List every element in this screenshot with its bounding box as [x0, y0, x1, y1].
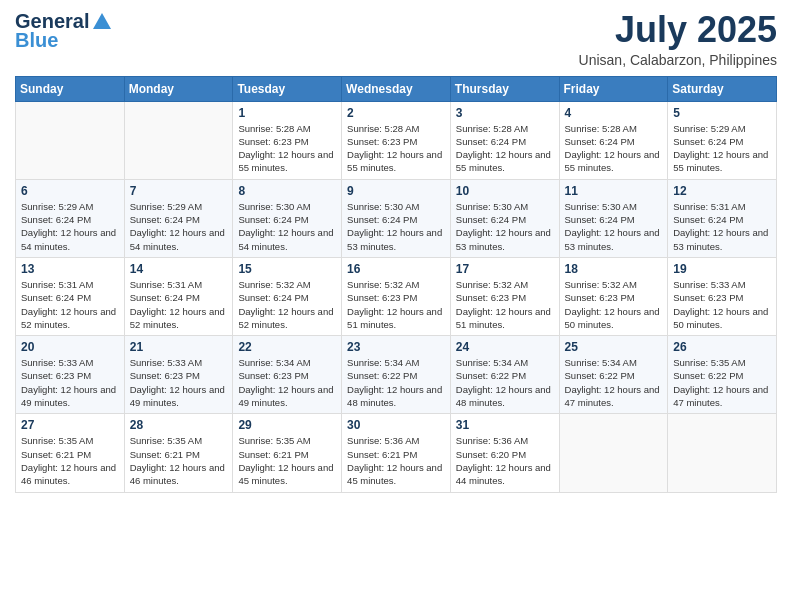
day-number: 28 — [130, 418, 228, 432]
day-info: Sunrise: 5:28 AMSunset: 6:23 PMDaylight:… — [347, 122, 445, 175]
day-info: Sunrise: 5:32 AMSunset: 6:23 PMDaylight:… — [456, 278, 554, 331]
month-title: July 2025 — [579, 10, 777, 50]
day-info: Sunrise: 5:35 AMSunset: 6:22 PMDaylight:… — [673, 356, 771, 409]
day-info: Sunrise: 5:35 AMSunset: 6:21 PMDaylight:… — [130, 434, 228, 487]
calendar-cell: 5Sunrise: 5:29 AMSunset: 6:24 PMDaylight… — [668, 101, 777, 179]
calendar-cell: 6Sunrise: 5:29 AMSunset: 6:24 PMDaylight… — [16, 179, 125, 257]
calendar-cell: 3Sunrise: 5:28 AMSunset: 6:24 PMDaylight… — [450, 101, 559, 179]
day-number: 31 — [456, 418, 554, 432]
day-info: Sunrise: 5:31 AMSunset: 6:24 PMDaylight:… — [673, 200, 771, 253]
calendar-cell: 15Sunrise: 5:32 AMSunset: 6:24 PMDayligh… — [233, 257, 342, 335]
day-info: Sunrise: 5:32 AMSunset: 6:23 PMDaylight:… — [565, 278, 663, 331]
day-number: 16 — [347, 262, 445, 276]
calendar-cell: 28Sunrise: 5:35 AMSunset: 6:21 PMDayligh… — [124, 414, 233, 492]
calendar-cell — [124, 101, 233, 179]
calendar-cell: 14Sunrise: 5:31 AMSunset: 6:24 PMDayligh… — [124, 257, 233, 335]
day-number: 18 — [565, 262, 663, 276]
weekday-header: Tuesday — [233, 76, 342, 101]
day-number: 14 — [130, 262, 228, 276]
calendar-cell: 30Sunrise: 5:36 AMSunset: 6:21 PMDayligh… — [342, 414, 451, 492]
day-number: 25 — [565, 340, 663, 354]
day-info: Sunrise: 5:34 AMSunset: 6:23 PMDaylight:… — [238, 356, 336, 409]
day-info: Sunrise: 5:32 AMSunset: 6:24 PMDaylight:… — [238, 278, 336, 331]
day-info: Sunrise: 5:28 AMSunset: 6:24 PMDaylight:… — [565, 122, 663, 175]
weekday-header: Sunday — [16, 76, 125, 101]
weekday-header: Friday — [559, 76, 668, 101]
calendar-cell: 11Sunrise: 5:30 AMSunset: 6:24 PMDayligh… — [559, 179, 668, 257]
day-info: Sunrise: 5:31 AMSunset: 6:24 PMDaylight:… — [21, 278, 119, 331]
weekday-header: Wednesday — [342, 76, 451, 101]
weekday-header: Saturday — [668, 76, 777, 101]
calendar-header-row: SundayMondayTuesdayWednesdayThursdayFrid… — [16, 76, 777, 101]
logo: General Blue — [15, 10, 113, 52]
calendar-cell: 16Sunrise: 5:32 AMSunset: 6:23 PMDayligh… — [342, 257, 451, 335]
calendar-cell: 17Sunrise: 5:32 AMSunset: 6:23 PMDayligh… — [450, 257, 559, 335]
calendar-cell: 26Sunrise: 5:35 AMSunset: 6:22 PMDayligh… — [668, 336, 777, 414]
calendar-cell: 25Sunrise: 5:34 AMSunset: 6:22 PMDayligh… — [559, 336, 668, 414]
calendar-cell — [16, 101, 125, 179]
calendar-cell: 10Sunrise: 5:30 AMSunset: 6:24 PMDayligh… — [450, 179, 559, 257]
day-info: Sunrise: 5:30 AMSunset: 6:24 PMDaylight:… — [565, 200, 663, 253]
calendar-week-row: 1Sunrise: 5:28 AMSunset: 6:23 PMDaylight… — [16, 101, 777, 179]
calendar-cell: 8Sunrise: 5:30 AMSunset: 6:24 PMDaylight… — [233, 179, 342, 257]
day-info: Sunrise: 5:33 AMSunset: 6:23 PMDaylight:… — [21, 356, 119, 409]
day-info: Sunrise: 5:29 AMSunset: 6:24 PMDaylight:… — [21, 200, 119, 253]
calendar-cell: 20Sunrise: 5:33 AMSunset: 6:23 PMDayligh… — [16, 336, 125, 414]
calendar-week-row: 27Sunrise: 5:35 AMSunset: 6:21 PMDayligh… — [16, 414, 777, 492]
calendar-cell: 29Sunrise: 5:35 AMSunset: 6:21 PMDayligh… — [233, 414, 342, 492]
day-info: Sunrise: 5:34 AMSunset: 6:22 PMDaylight:… — [456, 356, 554, 409]
calendar-cell: 4Sunrise: 5:28 AMSunset: 6:24 PMDaylight… — [559, 101, 668, 179]
day-number: 15 — [238, 262, 336, 276]
calendar-cell: 22Sunrise: 5:34 AMSunset: 6:23 PMDayligh… — [233, 336, 342, 414]
day-info: Sunrise: 5:30 AMSunset: 6:24 PMDaylight:… — [456, 200, 554, 253]
day-info: Sunrise: 5:28 AMSunset: 6:24 PMDaylight:… — [456, 122, 554, 175]
day-number: 10 — [456, 184, 554, 198]
logo-icon — [91, 11, 113, 33]
day-info: Sunrise: 5:30 AMSunset: 6:24 PMDaylight:… — [347, 200, 445, 253]
day-number: 30 — [347, 418, 445, 432]
day-number: 1 — [238, 106, 336, 120]
page-header: General Blue July 2025 Unisan, Calabarzo… — [15, 10, 777, 68]
weekday-header: Thursday — [450, 76, 559, 101]
calendar-cell: 7Sunrise: 5:29 AMSunset: 6:24 PMDaylight… — [124, 179, 233, 257]
day-info: Sunrise: 5:30 AMSunset: 6:24 PMDaylight:… — [238, 200, 336, 253]
calendar-cell: 13Sunrise: 5:31 AMSunset: 6:24 PMDayligh… — [16, 257, 125, 335]
calendar-cell: 12Sunrise: 5:31 AMSunset: 6:24 PMDayligh… — [668, 179, 777, 257]
day-info: Sunrise: 5:36 AMSunset: 6:20 PMDaylight:… — [456, 434, 554, 487]
calendar-cell: 27Sunrise: 5:35 AMSunset: 6:21 PMDayligh… — [16, 414, 125, 492]
day-info: Sunrise: 5:33 AMSunset: 6:23 PMDaylight:… — [673, 278, 771, 331]
day-info: Sunrise: 5:34 AMSunset: 6:22 PMDaylight:… — [347, 356, 445, 409]
day-info: Sunrise: 5:36 AMSunset: 6:21 PMDaylight:… — [347, 434, 445, 487]
calendar-cell — [668, 414, 777, 492]
weekday-header: Monday — [124, 76, 233, 101]
day-number: 29 — [238, 418, 336, 432]
day-number: 8 — [238, 184, 336, 198]
day-number: 2 — [347, 106, 445, 120]
day-info: Sunrise: 5:35 AMSunset: 6:21 PMDaylight:… — [21, 434, 119, 487]
day-info: Sunrise: 5:32 AMSunset: 6:23 PMDaylight:… — [347, 278, 445, 331]
calendar-week-row: 13Sunrise: 5:31 AMSunset: 6:24 PMDayligh… — [16, 257, 777, 335]
calendar-cell: 9Sunrise: 5:30 AMSunset: 6:24 PMDaylight… — [342, 179, 451, 257]
day-number: 9 — [347, 184, 445, 198]
svg-marker-0 — [93, 13, 111, 29]
day-number: 21 — [130, 340, 228, 354]
calendar-week-row: 20Sunrise: 5:33 AMSunset: 6:23 PMDayligh… — [16, 336, 777, 414]
calendar-table: SundayMondayTuesdayWednesdayThursdayFrid… — [15, 76, 777, 493]
calendar-cell: 23Sunrise: 5:34 AMSunset: 6:22 PMDayligh… — [342, 336, 451, 414]
day-info: Sunrise: 5:35 AMSunset: 6:21 PMDaylight:… — [238, 434, 336, 487]
day-number: 26 — [673, 340, 771, 354]
day-number: 11 — [565, 184, 663, 198]
calendar-week-row: 6Sunrise: 5:29 AMSunset: 6:24 PMDaylight… — [16, 179, 777, 257]
day-number: 22 — [238, 340, 336, 354]
day-number: 12 — [673, 184, 771, 198]
calendar-cell: 31Sunrise: 5:36 AMSunset: 6:20 PMDayligh… — [450, 414, 559, 492]
calendar-cell — [559, 414, 668, 492]
day-number: 27 — [21, 418, 119, 432]
calendar-cell: 21Sunrise: 5:33 AMSunset: 6:23 PMDayligh… — [124, 336, 233, 414]
day-number: 24 — [456, 340, 554, 354]
day-number: 13 — [21, 262, 119, 276]
day-number: 19 — [673, 262, 771, 276]
location-text: Unisan, Calabarzon, Philippines — [579, 52, 777, 68]
calendar-cell: 19Sunrise: 5:33 AMSunset: 6:23 PMDayligh… — [668, 257, 777, 335]
calendar-cell: 18Sunrise: 5:32 AMSunset: 6:23 PMDayligh… — [559, 257, 668, 335]
